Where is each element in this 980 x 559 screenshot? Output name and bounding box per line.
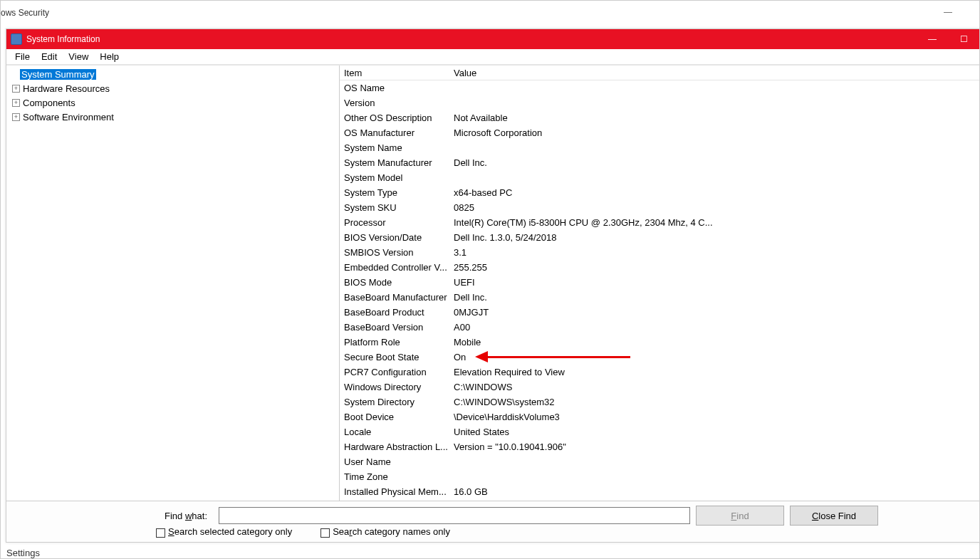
checkbox-search-category-names[interactable]: Search category names only: [320, 526, 450, 537]
detail-item: OS Name: [340, 83, 452, 93]
checkbox-icon[interactable]: [156, 528, 165, 538]
tree-components[interactable]: Components: [9, 95, 336, 110]
detail-value: Mobile: [452, 337, 979, 348]
detail-item: System Type: [340, 187, 452, 198]
detail-item: System Model: [340, 172, 452, 183]
detail-row[interactable]: BaseBoard VersionA00: [340, 320, 979, 335]
detail-row[interactable]: Installed Physical Mem...16.0 GB: [340, 484, 979, 499]
bg-window-title: ows Security: [1, 8, 49, 18]
detail-value: 0MJGJT: [452, 307, 979, 318]
detail-value: C:\WINDOWS: [452, 382, 979, 392]
detail-row[interactable]: System ManufacturerDell Inc.: [340, 155, 979, 170]
detail-value: UEFI: [452, 277, 979, 288]
detail-row[interactable]: BaseBoard ManufacturerDell Inc.: [340, 290, 979, 305]
tree-software-environment[interactable]: Software Environment: [9, 110, 336, 124]
detail-row[interactable]: Hardware Abstraction L...Version = "10.0…: [340, 439, 979, 454]
find-bar: Find what: Find Close Find Search select…: [6, 501, 979, 542]
tree-panel[interactable]: System Summary Hardware Resources Compon…: [6, 66, 340, 501]
detail-item: Time Zone: [340, 471, 452, 482]
detail-value: 3.1: [452, 247, 979, 258]
detail-item: User Name: [340, 456, 452, 467]
detail-value: 16.0 GB: [452, 486, 979, 497]
detail-value: Dell Inc.: [452, 292, 979, 303]
menu-help[interactable]: Help: [94, 50, 125, 63]
find-input[interactable]: [219, 507, 690, 524]
column-value[interactable]: Value: [452, 68, 979, 78]
menu-view[interactable]: View: [63, 50, 94, 63]
detail-row[interactable]: OS Name: [340, 80, 979, 95]
detail-value: C:\WINDOWS\system32: [452, 397, 979, 407]
column-item[interactable]: Item: [340, 68, 452, 78]
detail-value: Elevation Required to View: [452, 367, 979, 377]
detail-item: Installed Physical Mem...: [340, 486, 452, 497]
maximize-button[interactable]: [948, 29, 979, 49]
detail-row[interactable]: Boot Device\Device\HarddiskVolume3: [340, 409, 979, 424]
minimize-button[interactable]: [917, 29, 948, 49]
detail-row[interactable]: BIOS ModeUEFI: [340, 275, 979, 290]
detail-header[interactable]: Item Value: [340, 66, 979, 80]
tree-label: Components: [23, 98, 75, 108]
menu-file[interactable]: File: [9, 50, 36, 63]
detail-row[interactable]: BIOS Version/DateDell Inc. 1.3.0, 5/24/2…: [340, 230, 979, 245]
detail-row[interactable]: Platform RoleMobile: [340, 335, 979, 350]
detail-value: 255.255: [452, 262, 979, 273]
detail-item: System Directory: [340, 397, 452, 407]
detail-item: BaseBoard Manufacturer: [340, 292, 452, 303]
bg-settings-text: Settings: [6, 548, 40, 558]
detail-row[interactable]: Embedded Controller V...255.255: [340, 260, 979, 275]
detail-item: System Name: [340, 142, 452, 153]
window-title: System Information: [26, 34, 917, 44]
expand-icon[interactable]: [12, 99, 20, 107]
detail-value: Microsoft Corporation: [452, 127, 979, 138]
detail-row[interactable]: System DirectoryC:\WINDOWS\system32: [340, 395, 979, 409]
detail-row[interactable]: PCR7 ConfigurationElevation Required to …: [340, 365, 979, 380]
detail-value: x64-based PC: [452, 187, 979, 198]
detail-row[interactable]: Time Zone: [340, 469, 979, 484]
titlebar[interactable]: System Information: [6, 29, 979, 49]
detail-item: Hardware Abstraction L...: [340, 442, 452, 452]
detail-row[interactable]: LocaleUnited States: [340, 424, 979, 439]
tree-hardware-resources[interactable]: Hardware Resources: [9, 81, 336, 95]
detail-value: \Device\HarddiskVolume3: [452, 412, 979, 422]
expand-icon[interactable]: [12, 85, 20, 93]
detail-row[interactable]: Other OS DescriptionNot Available: [340, 110, 979, 125]
detail-row[interactable]: System Typex64-based PC: [340, 185, 979, 200]
checkbox-icon[interactable]: [320, 528, 330, 538]
bg-minimize-button[interactable]: [937, 6, 959, 22]
detail-value: Intel(R) Core(TM) i5-8300H CPU @ 2.30GHz…: [452, 217, 979, 228]
tree-system-summary[interactable]: System Summary: [9, 67, 336, 81]
detail-item: Embedded Controller V...: [340, 262, 452, 273]
menu-edit[interactable]: Edit: [36, 50, 63, 63]
detail-item: Other OS Description: [340, 113, 452, 123]
detail-row[interactable]: System SKU0825: [340, 200, 979, 215]
detail-row[interactable]: Secure Boot StateOn: [340, 350, 979, 365]
find-button[interactable]: Find: [696, 506, 784, 526]
detail-row[interactable]: SMBIOS Version3.1: [340, 245, 979, 260]
detail-row[interactable]: User Name: [340, 454, 979, 469]
detail-value: Dell Inc.: [452, 157, 979, 168]
checkbox-search-selected[interactable]: Search selected category only: [156, 526, 292, 537]
expand-icon[interactable]: [12, 113, 20, 121]
close-find-button[interactable]: Close Find: [790, 506, 878, 526]
detail-item: Secure Boot State: [340, 352, 452, 362]
detail-row[interactable]: OS ManufacturerMicrosoft Corporation: [340, 125, 979, 140]
detail-item: BIOS Mode: [340, 277, 452, 288]
detail-row[interactable]: Version: [340, 95, 979, 110]
detail-row[interactable]: Windows DirectoryC:\WINDOWS: [340, 380, 979, 395]
detail-value: United States: [452, 427, 979, 437]
detail-value: On: [452, 352, 979, 362]
detail-value: Dell Inc. 1.3.0, 5/24/2018: [452, 232, 979, 243]
app-icon: [11, 33, 22, 45]
find-label: Find what:: [14, 511, 213, 521]
detail-panel[interactable]: Item Value OS NameVersionOther OS Descri…: [340, 66, 979, 501]
detail-row[interactable]: BaseBoard Product0MJGJT: [340, 305, 979, 320]
detail-row[interactable]: System Name: [340, 140, 979, 155]
detail-item: BaseBoard Version: [340, 322, 452, 333]
detail-row[interactable]: ProcessorIntel(R) Core(TM) i5-8300H CPU …: [340, 215, 979, 230]
detail-row[interactable]: System Model: [340, 170, 979, 185]
system-information-window: System Information File Edit View Help S…: [6, 28, 980, 543]
menubar: File Edit View Help: [6, 49, 979, 65]
detail-item: BIOS Version/Date: [340, 232, 452, 243]
detail-item: Locale: [340, 427, 452, 437]
detail-item: Processor: [340, 217, 452, 228]
